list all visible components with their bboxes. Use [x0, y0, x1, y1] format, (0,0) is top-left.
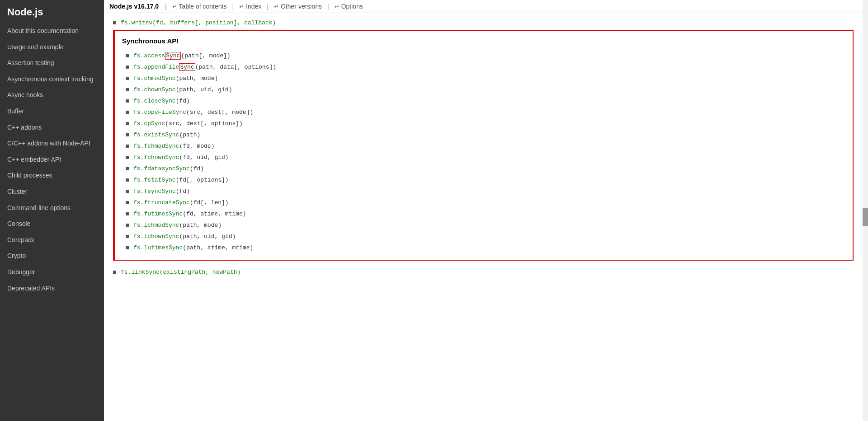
sync-highlight-17: Sync	[169, 244, 183, 251]
api-link-8[interactable]: fs.fchmod	[133, 143, 165, 150]
post-box-link[interactable]: fs.linkSync(existingPath, newPath)	[121, 269, 241, 276]
api-list-item-14: fs.futimesSync(fd, atime, mtime)	[122, 208, 845, 220]
api-link-2[interactable]: fs.chmod	[133, 75, 161, 82]
api-text-9: fs.fchownSync(fd, uid, gid)	[133, 154, 229, 161]
api-suffix-14: (fd, atime, mtime)	[183, 210, 246, 217]
api-suffix-7: (path)	[179, 131, 200, 138]
main-content: Node.js v16.17.0 | ↵ Table of contents |…	[104, 0, 863, 421]
api-link-3[interactable]: fs.chown	[133, 86, 161, 93]
post-box-entry: fs.linkSync(existingPath, newPath)	[113, 265, 854, 277]
api-link-11[interactable]: fs.fstat	[133, 177, 161, 183]
api-bullet-icon-3	[126, 88, 129, 91]
sidebar-item-deprecated[interactable]: Deprecated APIs	[0, 281, 104, 297]
sidebar-item-usage[interactable]: Usage and example	[0, 39, 104, 56]
sidebar-nav: About this documentationUsage and exampl…	[0, 23, 104, 296]
api-list-item-8: fs.fchmodSync(fd, mode)	[122, 140, 845, 152]
api-suffix-17: (path, atime, mtime)	[183, 244, 253, 251]
pre-box-link[interactable]: fs.writev(fd, buffers[, position], callb…	[121, 19, 276, 26]
api-link-4[interactable]: fs.close	[133, 98, 161, 104]
index-label: Index	[246, 3, 261, 10]
api-text-6: fs.cpSync(src, dest[, options])	[133, 120, 243, 127]
index-link[interactable]: ↵ Index	[236, 3, 264, 10]
sidebar-item-node-api[interactable]: C/C++ addons with Node-API	[0, 136, 104, 152]
api-bullet-icon-0	[126, 54, 129, 57]
api-link-9[interactable]: fs.fchown	[133, 154, 165, 161]
sync-api-list: fs.accessSync(path[, mode])fs.appendFile…	[122, 50, 845, 253]
api-text-12: fs.fsyncSync(fd)	[133, 188, 190, 195]
nav-sep-3: |	[267, 3, 269, 10]
sidebar-item-debugger[interactable]: Debugger	[0, 264, 104, 281]
api-bullet-icon-4	[126, 99, 129, 103]
sidebar-item-assertion[interactable]: Assertion testing	[0, 55, 104, 71]
sync-section-title: Synchronous API	[122, 37, 845, 45]
api-link-14[interactable]: fs.futimes	[133, 210, 169, 217]
options-link[interactable]: ↵ Options	[332, 3, 366, 10]
sidebar-item-buffer[interactable]: Buffer	[0, 103, 104, 120]
api-bullet-icon-8	[126, 145, 129, 148]
api-link-0[interactable]: fs.access	[133, 52, 165, 59]
api-link-10[interactable]: fs.fdatasync	[133, 165, 176, 172]
sync-highlight-10: Sync	[176, 165, 190, 172]
api-link-15[interactable]: fs.lchmod	[133, 222, 165, 229]
sidebar-item-cpp-embedder[interactable]: C++ embedder API	[0, 152, 104, 168]
other-versions-link[interactable]: ↵ Other versions	[271, 3, 325, 10]
sync-api-section: Synchronous API fs.accessSync(path[, mod…	[113, 30, 854, 261]
api-link-7[interactable]: fs.exists	[133, 131, 165, 138]
sidebar-item-cmdline[interactable]: Command-line options	[0, 200, 104, 216]
api-text-1: fs.appendFileSync(path, data[, options])	[133, 64, 276, 70]
page-content: fs.writev(fd, buffers[, position], callb…	[104, 13, 863, 421]
sidebar-item-async-hooks[interactable]: Async hooks	[0, 87, 104, 103]
version-label: Node.js v16.17.0	[109, 3, 159, 10]
sync-highlight-1: Sync	[179, 63, 195, 71]
api-link-6[interactable]: fs.cp	[133, 120, 151, 127]
api-link-17[interactable]: fs.lutimes	[133, 244, 169, 251]
sidebar-item-cluster[interactable]: Cluster	[0, 184, 104, 200]
api-list-item-13: fs.ftruncateSync(fd[, len])	[122, 197, 845, 208]
toc-label: Table of contents	[179, 3, 227, 10]
sidebar: Node.js About this documentationUsage an…	[0, 0, 104, 421]
toc-link[interactable]: ↵ Table of contents	[170, 3, 230, 10]
sync-highlight-15: Sync	[165, 222, 179, 229]
api-text-11: fs.fstatSync(fd[, options])	[133, 177, 229, 183]
sidebar-item-console[interactable]: Console	[0, 216, 104, 232]
sidebar-item-crypto[interactable]: Crypto	[0, 248, 104, 264]
api-list-item-11: fs.fstatSync(fd[, options])	[122, 174, 845, 186]
api-link-5[interactable]: fs.copyFile	[133, 109, 172, 116]
api-link-1[interactable]: fs.appendFile	[133, 64, 179, 70]
sync-highlight-2: Sync	[161, 75, 175, 82]
api-list-item-5: fs.copyFileSync(src, dest[, mode])	[122, 107, 845, 118]
api-text-17: fs.lutimesSync(path, atime, mtime)	[133, 244, 253, 251]
sidebar-item-child-processes[interactable]: Child processes	[0, 168, 104, 184]
options-arrow: ↵	[335, 3, 340, 10]
sync-highlight-12: Sync	[161, 188, 175, 195]
sidebar-item-cpp-addons[interactable]: C++ addons	[0, 120, 104, 136]
pre-box-entry: fs.writev(fd, buffers[, position], callb…	[113, 18, 854, 30]
options-label: Options	[341, 3, 363, 10]
api-bullet-icon-5	[126, 111, 129, 114]
api-suffix-4: (fd)	[176, 98, 190, 104]
api-list-item-9: fs.fchownSync(fd, uid, gid)	[122, 152, 845, 163]
nav-sep-4: |	[327, 3, 329, 10]
api-suffix-5: (src, dest[, mode])	[186, 109, 253, 116]
sidebar-item-about[interactable]: About this documentation	[0, 23, 104, 39]
sync-highlight-0: Sync	[165, 52, 181, 60]
api-text-2: fs.chmodSync(path, mode)	[133, 75, 218, 82]
api-text-16: fs.lchownSync(path, uid, gid)	[133, 233, 236, 240]
sync-highlight-11: Sync	[161, 177, 175, 183]
api-link-12[interactable]: fs.fsync	[133, 188, 161, 195]
api-link-13[interactable]: fs.ftruncate	[133, 199, 176, 206]
api-suffix-2: (path, mode)	[176, 75, 218, 82]
api-text-10: fs.fdatasyncSync(fd)	[133, 165, 204, 172]
api-bullet-icon-6	[126, 122, 129, 125]
sidebar-item-async-context[interactable]: Asynchronous context tracking	[0, 71, 104, 88]
api-list-item-2: fs.chmodSync(path, mode)	[122, 73, 845, 84]
post-bullet-icon	[113, 271, 116, 274]
toc-arrow: ↵	[172, 3, 177, 10]
sidebar-item-corepack[interactable]: Corepack	[0, 232, 104, 248]
api-suffix-10: (fd)	[190, 165, 204, 172]
api-link-16[interactable]: fs.lchown	[133, 233, 165, 240]
api-list-item-1: fs.appendFileSync(path, data[, options])	[122, 61, 845, 73]
api-bullet-icon-17	[126, 246, 129, 249]
api-bullet-icon-2	[126, 77, 129, 80]
api-suffix-12: (fd)	[176, 188, 190, 195]
